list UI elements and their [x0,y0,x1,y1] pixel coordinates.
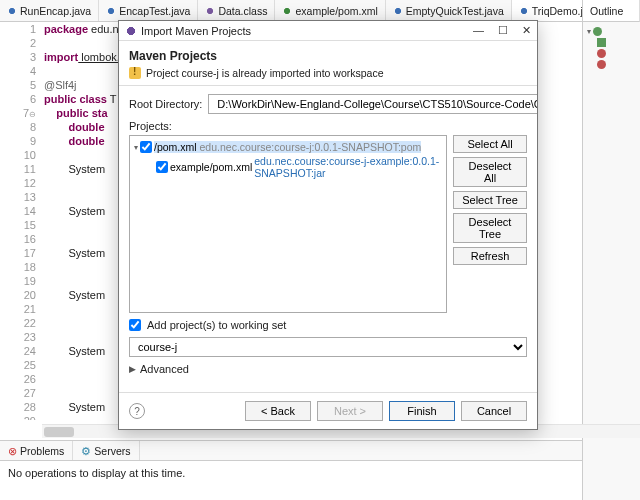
deselect-tree-button[interactable]: Deselect Tree [453,213,527,243]
expand-icon: ▾ [587,27,591,36]
root-dir-combo[interactable]: D:\WorkDir\New-England-College\Course\CT… [208,94,537,114]
add-workingset-label: Add project(s) to working set [147,319,286,331]
advanced-label: Advanced [140,363,189,375]
method-icon [597,49,606,58]
tab-label: RunEncap.java [20,5,91,17]
java-icon [393,6,403,16]
editor-tabs: RunEncap.java EncapTest.java Data.class … [0,0,640,22]
tab-label: example/pom.xml [295,5,377,17]
dialog-header: Maven Projects Project course-j is alrea… [119,41,537,86]
refresh-button[interactable]: Refresh [453,247,527,265]
bottom-panel: ⊗Problems ⚙Servers No operations to disp… [0,440,582,500]
workingset-combo[interactable]: course-j [129,337,527,357]
finish-button[interactable]: Finish [389,401,455,421]
dialog-title: Import Maven Projects [141,25,251,37]
tab-servers[interactable]: ⚙Servers [73,441,139,460]
outline-node[interactable] [587,37,636,48]
line-gutter: 1234567⊖89101112131415161718192021222324… [0,22,42,420]
tab-label: Servers [94,445,130,457]
close-icon[interactable]: ✕ [522,24,531,37]
tree-node-child[interactable]: example/pom.xml edu.nec.course:course-j-… [134,154,442,180]
deselect-all-button[interactable]: Deselect All [453,157,527,187]
tab-label: Outline [590,5,623,17]
import-maven-dialog: Import Maven Projects — ☐ ✕ Maven Projec… [118,20,538,430]
tab-examplepom[interactable]: example/pom.xml [275,0,385,21]
tab-runencap[interactable]: RunEncap.java [0,0,99,21]
xml-icon [282,6,292,16]
outline-node[interactable]: ▾ [587,26,636,37]
tree-path: /pom.xml [154,141,197,153]
dialog-footer: ? < Back Next > Finish Cancel [119,392,537,429]
outline-tab[interactable]: Outline [583,0,640,22]
collapse-icon[interactable]: ▾ [134,143,138,152]
tab-dataclass[interactable]: Data.class [198,0,275,21]
java-icon [7,6,17,16]
help-icon[interactable]: ? [129,403,145,419]
cancel-button[interactable]: Cancel [461,401,527,421]
tab-problems[interactable]: ⊗Problems [0,441,73,460]
tab-label: Data.class [218,5,267,17]
java-icon [519,6,529,16]
scrollbar-thumb[interactable] [44,427,74,437]
bottom-body: No operations to display at this time. [0,461,582,485]
maximize-icon[interactable]: ☐ [498,24,508,37]
project-checkbox[interactable] [140,141,152,153]
warning-icon [129,67,141,79]
back-button[interactable]: < Back [245,401,311,421]
server-icon: ⚙ [81,445,91,457]
dialog-heading: Maven Projects [129,49,527,63]
tree-path: example/pom.xml [170,161,252,173]
field-icon [597,38,606,47]
minimize-icon[interactable]: — [473,24,484,37]
select-tree-button[interactable]: Select Tree [453,191,527,209]
error-icon: ⊗ [8,445,17,457]
java-icon [106,6,116,16]
add-workingset-checkbox[interactable] [129,319,141,331]
select-all-button[interactable]: Select All [453,135,527,153]
dialog-titlebar[interactable]: Import Maven Projects — ☐ ✕ [119,21,537,41]
tab-encaptest[interactable]: EncapTest.java [99,0,198,21]
next-button: Next > [317,401,383,421]
tree-coord: edu.nec.course:course-j-example:0.0.1-SN… [254,155,442,179]
tab-label: EmptyQuickTest.java [406,5,504,17]
tab-label: Problems [20,445,64,457]
class-icon [205,6,215,16]
projects-label: Projects: [129,120,527,132]
method-icon [597,60,606,69]
tree-node-root[interactable]: ▾ /pom.xml edu.nec.course:course-j:0.0.1… [134,140,442,154]
root-dir-label: Root Directory: [129,98,202,110]
outline-node[interactable] [587,59,636,70]
eclipse-icon [125,25,137,37]
empty-message: No operations to display at this time. [8,467,185,479]
project-checkbox[interactable] [156,161,168,173]
outline-node[interactable] [587,48,636,59]
tab-label: EncapTest.java [119,5,190,17]
projects-tree[interactable]: ▾ /pom.xml edu.nec.course:course-j:0.0.1… [129,135,447,313]
warning-text: Project course-j is already imported int… [146,67,384,79]
tree-coord: edu.nec.course:course-j:0.0.1-SNAPSHOT:p… [200,141,422,153]
class-icon [593,27,602,36]
expand-icon: ▶ [129,364,136,374]
tab-emptyquick[interactable]: EmptyQuickTest.java [386,0,512,21]
advanced-toggle[interactable]: ▶Advanced [129,363,527,375]
